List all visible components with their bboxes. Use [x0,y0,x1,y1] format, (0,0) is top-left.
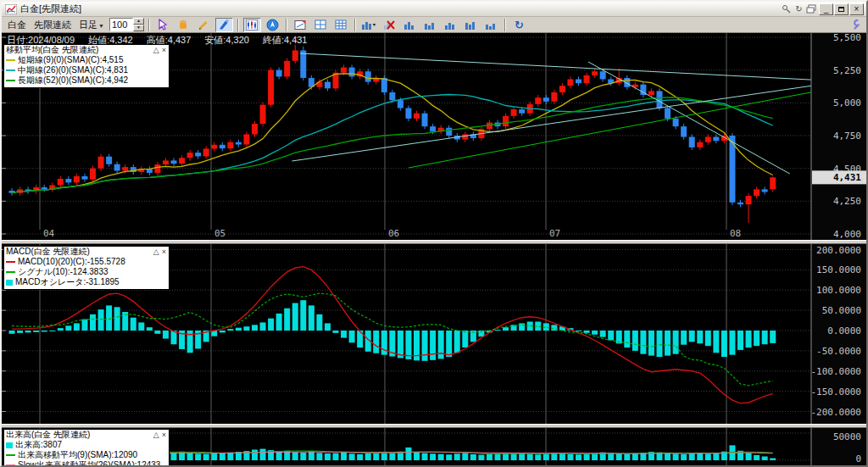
svg-text:150.0000: 150.0000 [816,264,861,275]
app-icon [4,3,17,14]
settings-wrench-button[interactable] [845,18,863,32]
legend-row: 短期線(9)(0)(SMA)(C):4,515 [6,55,166,65]
ma-legend-title: 移動平均(白金 先限連続) [6,45,98,55]
histogram-variant-4-button[interactable] [462,18,480,32]
cascade-windows-icon[interactable] [805,3,818,14]
svg-text:04: 04 [43,228,55,239]
hand-tool-button[interactable] [175,18,192,32]
window-title: 白金[先限連続] [20,3,776,15]
chevron-down-icon: ▼ [98,23,104,29]
svg-text:08: 08 [730,228,741,239]
contract-label[interactable]: 先限連続 [31,19,74,31]
histogram-variant-1-button[interactable] [401,18,419,32]
histogram-variant-3-button[interactable] [442,18,459,32]
svg-text:100.0000: 100.0000 [816,285,861,296]
volume-ma9-marker [6,454,15,456]
legend-row: MACD(10)(20)(C):-155.5728 [6,257,166,267]
legend-collapse-icon[interactable]: △ [153,247,159,257]
macd-panel: MACD(白金 先限連続) △× MACD(10)(20)(C):-155.57… [2,244,866,424]
svg-text:0: 0 [855,453,861,464]
legend-row: 中期線(26)(0)(SMA)(C):4,831 [6,65,166,75]
svg-text:4,431: 4,431 [833,172,861,183]
svg-text:4,250: 4,250 [833,196,861,207]
new-chart-button[interactable] [292,18,309,32]
histogram-variant-2-button[interactable] [421,18,439,32]
ma-long-label: 長期線(52)(0)(SMA)(C):4,942 [18,75,128,86]
legend-collapse-icon[interactable]: △ [153,45,159,55]
reload-window-icon[interactable]: ↻ [793,3,805,14]
indicator-histogram-button[interactable] [360,18,378,32]
refresh-button[interactable]: ↻ [510,18,528,32]
timeframe-dropdown[interactable]: 日足▼ [76,19,107,31]
svg-text:07: 07 [549,228,560,239]
volume-ma26-marker [6,464,15,465]
grid-small-button[interactable] [312,18,330,32]
ma-short-line-marker [6,59,15,61]
legend-close-icon[interactable]: × [162,45,166,55]
signal-line-marker [6,271,15,273]
svg-text:4,750: 4,750 [833,131,861,142]
brush-tool-button[interactable] [215,18,233,32]
svg-text:4,000: 4,000 [833,229,861,240]
info-low: 安値:4,320 [204,34,249,47]
bar-count-input[interactable]: 100 [109,18,133,31]
grid-large-button[interactable] [332,18,350,32]
instrument-label[interactable]: 白金 [5,19,29,31]
volume-legend-title: 出来高(白金 先限連続) [6,430,90,440]
legend-row: MACDオシレータ:-31.1895 [6,277,166,287]
volume-panel: 出来高(白金 先限連続) △× 出来高:3807 出来高移動平均(9)(SMA)… [2,428,866,465]
macd-value-label: MACD(10)(20)(C):-155.5728 [18,257,125,267]
svg-text:06: 06 [388,228,399,239]
remove-indicator-button[interactable] [381,18,398,32]
legend-row: Slow出来高移動平均(26)(SMA):12433 [6,460,166,465]
oscillator-value-label: MACDオシレータ:-31.1895 [15,277,120,287]
info-close: 終値:4,431 [263,34,308,47]
oscillator-marker [6,280,13,286]
svg-text:0.0000: 0.0000 [827,325,861,336]
bar-count-spinner[interactable]: 100 ▲▼ [109,18,144,31]
svg-text:-150.0000: -150.0000 [810,386,861,398]
legend-collapse-icon[interactable]: △ [153,430,159,440]
spinner-up-icon[interactable]: ▲ [133,18,144,25]
spinner-down-icon[interactable]: ▼ [133,25,144,31]
legend-row: シグナル(10):-124.3833 [6,267,166,277]
svg-text:05: 05 [214,228,225,239]
toolbar-separator [504,19,506,31]
svg-text:-200.0000: -200.0000 [810,407,861,418]
minimize-button[interactable]: _ [819,3,833,15]
volume-value-label: 出来高:3807 [15,440,62,450]
ma-long-line-marker [6,80,15,81]
macd-legend: MACD(白金 先限連続) △× MACD(10)(20)(C):-155.57… [3,246,170,290]
pencil-tool-button[interactable] [195,18,213,32]
ma-short-label: 短期線(9)(0)(SMA)(C):4,515 [18,55,123,65]
svg-text:50.0000: 50.0000 [822,305,861,316]
legend-close-icon[interactable]: × [162,247,166,257]
candlestick-chart-button[interactable] [243,18,261,32]
toolbar-separator [286,19,287,31]
title-bar[interactable]: 白金[先限連続] ↻ _ × [2,2,866,17]
macd-line-marker [6,261,15,263]
legend-row: 出来高移動平均(9)(SMA):12090 [6,450,166,460]
pin-icon[interactable] [780,3,793,14]
legend-row: 出来高:3807 [6,440,166,450]
price-chart-panel: 日付:2024/08/09 始値:4,342 高値:4,437 安値:4,320… [2,33,866,240]
ma-legend: 移動平均(白金 先限連続) △× 短期線(9)(0)(SMA)(C):4,515… [3,44,170,88]
toolbar-separator [148,19,150,31]
histogram-variant-5-button[interactable] [482,18,500,32]
maximize-button[interactable] [834,3,849,15]
toolbar: 白金 先限連続 日足▼ 100 ▲▼ [2,17,866,33]
volume-bar-marker [6,442,13,448]
volume-legend: 出来高(白金 先限連続) △× 出来高:3807 出来高移動平均(9)(SMA)… [3,429,170,465]
ma-mid-line-marker [6,69,15,71]
svg-text:200.0000: 200.0000 [816,245,861,256]
legend-row: 長期線(52)(0)(SMA)(C):4,942 [6,75,166,86]
svg-text:5,250: 5,250 [833,65,861,76]
svg-text:50000: 50000 [833,431,861,442]
toolbar-separator [354,19,356,31]
navigate-button[interactable] [264,18,281,32]
legend-close-icon[interactable]: × [162,430,166,440]
select-tool-button[interactable] [154,18,172,32]
svg-text:5,500: 5,500 [833,33,861,43]
svg-text:-100.0000: -100.0000 [810,366,861,377]
close-button[interactable]: × [849,3,864,15]
